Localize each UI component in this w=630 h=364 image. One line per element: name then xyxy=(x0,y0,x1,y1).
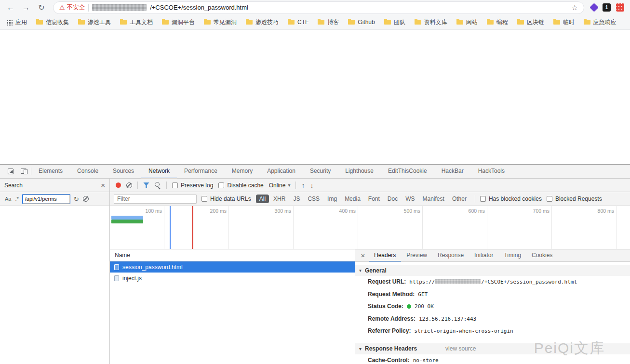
redacted-domain xyxy=(92,4,147,11)
throttling-dropdown[interactable]: Online ▾ xyxy=(269,182,291,189)
bookmark-apps[interactable]: 应用 xyxy=(6,18,27,26)
close-icon[interactable]: × xyxy=(101,182,105,189)
details-tab[interactable]: Cookies xyxy=(526,249,558,262)
hide-data-urls-checkbox[interactable] xyxy=(201,196,207,202)
devtools-tab[interactable]: EditThisCookie xyxy=(381,165,434,179)
devtools-tab[interactable]: Lighthouse xyxy=(338,165,381,179)
bookmark-folder[interactable]: 资料文库 xyxy=(415,18,447,26)
devtools-tab[interactable]: HackTools xyxy=(471,165,512,179)
bookmark-folder[interactable]: 博客 xyxy=(318,18,339,26)
security-status[interactable]: ⚠ 不安全 xyxy=(59,3,85,12)
hide-data-urls-option[interactable]: Hide data URLs xyxy=(201,195,251,202)
details-tab[interactable]: Headers xyxy=(369,249,401,262)
devtools-tab[interactable]: Performance xyxy=(177,165,225,179)
record-button[interactable] xyxy=(116,182,121,188)
details-tab[interactable]: Initiator xyxy=(469,249,498,262)
blocked-requests-checkbox[interactable] xyxy=(547,196,552,202)
response-headers-section-header[interactable]: ▾ Response Headers view source xyxy=(355,343,630,354)
header-value: GET xyxy=(418,291,428,298)
view-source-link[interactable]: view source xyxy=(445,345,476,352)
bookmark-folder[interactable]: 常见漏洞 xyxy=(204,18,237,26)
devtools-tab[interactable]: Network xyxy=(141,165,177,179)
bookmark-folder[interactable]: 区块链 xyxy=(517,18,544,26)
bookmark-star-icon[interactable]: ☆ xyxy=(572,3,578,12)
search-input[interactable] xyxy=(23,195,70,204)
request-name: inject.js xyxy=(122,275,142,282)
request-type-filter[interactable]: Img xyxy=(324,195,340,203)
preserve-log-checkbox[interactable] xyxy=(172,182,178,188)
reload-icon[interactable]: ↻ xyxy=(35,1,48,14)
extension-red-icon[interactable] xyxy=(616,3,624,12)
close-details-icon[interactable]: × xyxy=(357,252,369,259)
bookmark-folder[interactable]: 渗透技巧 xyxy=(246,18,279,26)
extension-diamond-icon[interactable] xyxy=(590,3,598,12)
import-har-icon[interactable]: ↑ xyxy=(301,182,305,189)
bookmark-folder[interactable]: CTF xyxy=(288,19,308,26)
devtools-tab[interactable]: Application xyxy=(260,165,303,179)
details-tab[interactable]: Timing xyxy=(498,249,526,262)
devtools-tab[interactable]: Memory xyxy=(225,165,260,179)
regex-toggle[interactable]: .* xyxy=(15,196,18,202)
bookmark-label: 渗透技巧 xyxy=(255,18,279,26)
request-type-filter[interactable]: Font xyxy=(365,195,383,203)
bookmark-folder[interactable]: 渗透工具 xyxy=(78,18,111,26)
device-toolbar-button[interactable] xyxy=(17,165,31,178)
bookmark-folder[interactable]: 漏洞平台 xyxy=(162,18,195,26)
details-tab[interactable]: Response xyxy=(432,249,469,262)
request-type-filter[interactable]: JS xyxy=(290,195,303,203)
bookmark-folder[interactable]: 信息收集 xyxy=(36,18,69,26)
has-blocked-cookies-checkbox[interactable] xyxy=(480,196,486,202)
header-key: Status Code: xyxy=(368,303,403,310)
details-tab[interactable]: Preview xyxy=(401,249,432,262)
network-overview-timeline[interactable]: 100 ms 200 ms 300 ms 400 ms 500 ms 600 m… xyxy=(110,206,630,249)
header-key: Remote Address: xyxy=(368,315,416,322)
refresh-icon[interactable]: ↻ xyxy=(74,195,79,203)
disable-cache-checkbox[interactable] xyxy=(218,182,224,188)
devtools-tab[interactable]: HackBar xyxy=(434,165,471,179)
bookmark-folder[interactable]: 编程 xyxy=(487,18,508,26)
devtools-tab[interactable]: Console xyxy=(70,165,106,179)
has-blocked-cookies-option[interactable]: Has blocked cookies xyxy=(480,195,542,202)
bookmark-label: 漏洞平台 xyxy=(172,18,195,26)
request-type-filter[interactable]: Manifest xyxy=(419,195,448,203)
filter-funnel-icon[interactable] xyxy=(143,182,149,188)
general-section-header[interactable]: ▾ General xyxy=(355,265,630,276)
request-type-filter[interactable]: Media xyxy=(341,195,364,203)
bookmark-label: 常见漏洞 xyxy=(214,18,237,26)
request-type-filter[interactable]: Other xyxy=(449,195,470,203)
devtools-tab[interactable]: Security xyxy=(303,165,338,179)
extension-badge-icon[interactable]: 1 xyxy=(603,3,611,12)
bookmark-folder[interactable]: 工具文档 xyxy=(120,18,153,26)
devtools-tab[interactable]: Sources xyxy=(106,165,141,179)
preserve-log-option[interactable]: Preserve log xyxy=(172,182,213,189)
address-bar[interactable]: ⚠ 不安全 /+CSCOE+/session_password.html ☆ xyxy=(53,1,584,14)
request-row[interactable]: inject.js xyxy=(110,273,355,284)
blocked-requests-option[interactable]: Blocked Requests xyxy=(547,195,602,202)
export-har-icon[interactable]: ↓ xyxy=(310,182,313,189)
search-results-area xyxy=(0,206,109,364)
name-column-header[interactable]: Name xyxy=(110,249,355,261)
match-case-toggle[interactable]: Aa xyxy=(5,196,11,202)
request-type-filter[interactable]: CSS xyxy=(304,195,323,203)
bookmark-folder[interactable]: 团队 xyxy=(384,18,405,26)
bookmark-folder[interactable]: Github xyxy=(348,19,375,26)
filter-input[interactable] xyxy=(114,195,197,204)
forward-icon[interactable]: → xyxy=(19,1,33,14)
search-network-icon[interactable] xyxy=(155,182,161,188)
request-type-filter[interactable]: Doc xyxy=(384,195,401,203)
inspect-element-button[interactable] xyxy=(4,165,17,178)
request-type-filter[interactable]: XHR xyxy=(270,195,289,203)
disable-cache-option[interactable]: Disable cache xyxy=(218,182,263,189)
request-row[interactable]: session_password.html xyxy=(110,261,355,273)
back-icon[interactable]: ← xyxy=(4,1,17,14)
bookmark-folder[interactable]: 应急响应 xyxy=(584,18,617,26)
request-type-filter[interactable]: All xyxy=(256,195,269,203)
request-type-filter[interactable]: WS xyxy=(402,195,418,203)
bookmark-folder[interactable]: 网站 xyxy=(456,18,478,26)
clear-network-log-icon[interactable] xyxy=(126,182,132,188)
apps-grid-icon xyxy=(6,19,13,26)
devtools-tab[interactable]: Elements xyxy=(31,165,70,179)
bookmark-folder[interactable]: 临时 xyxy=(553,18,575,26)
clear-search-icon[interactable] xyxy=(83,196,89,202)
timeline-tick: 300 ms xyxy=(229,206,294,249)
